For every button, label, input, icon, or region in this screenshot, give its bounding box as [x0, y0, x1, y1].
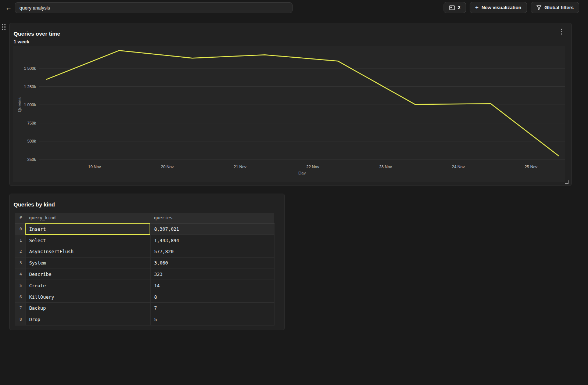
row-index-cell: 2 — [15, 246, 25, 258]
row-index-cell: 6 — [15, 291, 25, 303]
queries-by-kind-table: #query_kindqueries 0Insert8,307,0211Sele… — [15, 213, 275, 325]
arrow-left-icon: ← — [5, 4, 12, 11]
queries-by-kind-panel: Queries by kind #query_kindqueries 0Inse… — [9, 194, 285, 330]
queries-count-cell[interactable]: 3,060 — [150, 257, 274, 269]
queries-count-cell[interactable]: 5 — [150, 314, 274, 325]
table-row: 7Backup7 — [15, 303, 274, 314]
queries-count-cell[interactable]: 323 — [150, 269, 274, 280]
visualizations-count-label: 2 — [458, 5, 460, 10]
new-visualization-button[interactable]: + New visualization — [470, 2, 527, 13]
table-row: 0Insert8,307,021 — [15, 223, 274, 235]
y-tick-label: 1 000k — [24, 102, 36, 107]
query-kind-cell[interactable]: AsyncInsertFlush — [25, 246, 150, 258]
query-kind-cell[interactable]: Insert — [25, 223, 150, 235]
column-header-query_kind: query_kind — [25, 213, 150, 223]
dashboard-page: { "topbar": { "back_glyph": "←", "title_… — [0, 0, 588, 385]
row-index-cell: 8 — [15, 314, 25, 325]
y-tick-label: 750k — [27, 121, 36, 125]
table-row: 3System3,060 — [15, 257, 274, 269]
queries-over-time-chart[interactable]: 1 500k1 250k1 000k750k500k250k19 Nov20 N… — [13, 46, 565, 182]
y-tick-label: 250k — [27, 157, 36, 162]
y-axis-title: Queries — [17, 97, 22, 112]
row-index-cell: 0 — [15, 223, 25, 235]
table-row: 1Select1,443,894 — [15, 235, 274, 246]
table-row: 5Create14 — [15, 280, 274, 291]
new-visualization-label: New visualization — [481, 5, 521, 10]
column-header-queries: queries — [150, 213, 274, 223]
query-kind-cell[interactable]: Select — [25, 235, 150, 246]
row-index-cell: 4 — [15, 269, 25, 280]
column-header-index: # — [15, 213, 25, 223]
dashboard-title-input[interactable] — [15, 2, 293, 13]
query-kind-cell[interactable]: Backup — [25, 303, 150, 314]
x-tick-label: 22 Nov — [306, 165, 319, 169]
x-tick-label: 24 Nov — [452, 165, 465, 169]
queries-count-cell[interactable]: 8 — [150, 291, 274, 303]
x-tick-label: 23 Nov — [379, 165, 392, 169]
x-axis-title: Day — [298, 171, 306, 175]
x-tick-label: 25 Nov — [524, 165, 537, 169]
query-kind-cell[interactable]: Create — [25, 280, 150, 291]
query-kind-cell[interactable]: Drop — [25, 314, 150, 325]
table-panel-title: Queries by kind — [14, 201, 55, 208]
queries-count-cell[interactable]: 8,307,021 — [150, 223, 274, 235]
queries-count-cell[interactable]: 14 — [150, 280, 274, 291]
x-tick-label: 21 Nov — [234, 165, 247, 169]
panel-drag-handle-icon[interactable] — [2, 24, 7, 31]
table-row: 6KillQuery8 — [15, 291, 274, 303]
chart-panel-title: Queries over time — [14, 30, 60, 37]
table-row: 4Describe323 — [15, 269, 274, 280]
table-row: 2AsyncInsertFlush577,820 — [15, 246, 274, 258]
visualizations-count-button[interactable]: 2 — [444, 2, 466, 13]
row-index-cell: 7 — [15, 303, 25, 314]
topbar: ← 2 + New visualization Global filters — [0, 0, 588, 15]
queries-line — [47, 50, 559, 156]
queries-count-cell[interactable]: 7 — [150, 303, 274, 314]
plus-icon: + — [475, 5, 478, 11]
queries-over-time-panel: Queries over time 1 week 1 500k1 250k1 0… — [9, 23, 572, 186]
query-kind-cell[interactable]: Describe — [25, 269, 150, 280]
funnel-icon — [536, 5, 542, 10]
panel-resize-handle[interactable] — [565, 180, 569, 184]
query-kind-cell[interactable]: KillQuery — [25, 291, 150, 303]
queries-count-cell[interactable]: 1,443,894 — [150, 235, 274, 246]
chart-panel-subtitle: 1 week — [14, 39, 29, 44]
global-filters-button[interactable]: Global filters — [531, 2, 579, 13]
row-index-cell: 1 — [15, 235, 25, 246]
y-tick-label: 500k — [27, 139, 36, 143]
console-window-icon — [449, 5, 455, 10]
y-tick-label: 1 250k — [24, 84, 36, 89]
line-chart-svg: 1 500k1 250k1 000k750k500k250k19 Nov20 N… — [13, 46, 565, 182]
global-filters-label: Global filters — [545, 5, 574, 10]
queries-count-cell[interactable]: 577,820 — [150, 246, 274, 258]
panel-menu-kebab-icon[interactable] — [559, 29, 564, 35]
x-tick-label: 20 Nov — [161, 165, 174, 169]
table-header: #query_kindqueries — [15, 213, 274, 223]
topbar-actions: 2 + New visualization Global filters — [444, 2, 579, 13]
y-tick-label: 1 500k — [24, 66, 36, 71]
query-kind-cell[interactable]: System — [25, 257, 150, 269]
row-index-cell: 5 — [15, 280, 25, 291]
back-button[interactable]: ← — [4, 3, 13, 12]
row-index-cell: 3 — [15, 257, 25, 269]
table-row: 8Drop5 — [15, 314, 274, 325]
x-tick-label: 19 Nov — [88, 165, 101, 169]
